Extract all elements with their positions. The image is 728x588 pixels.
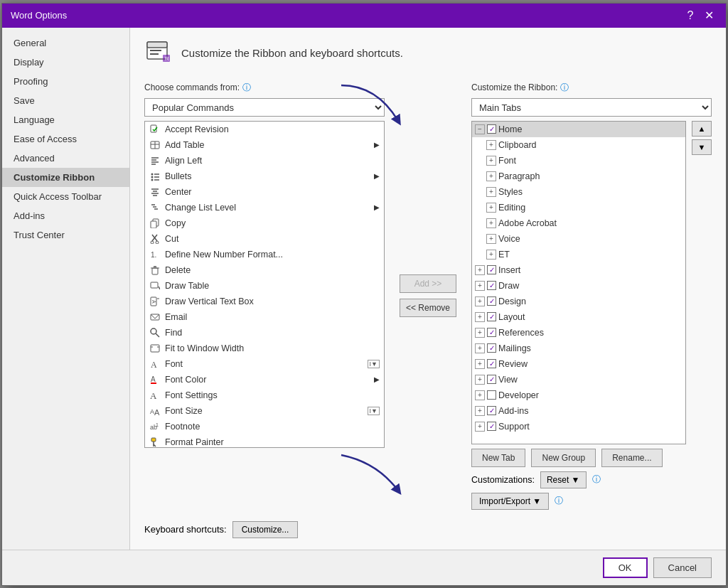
list-item[interactable]: A Draw Vertical Text Box <box>145 294 384 309</box>
rename-button[interactable]: Rename... <box>601 449 662 467</box>
list-item[interactable]: Center <box>145 184 384 200</box>
checkbox-draw[interactable]: ✓ <box>487 281 496 290</box>
tree-item-editing[interactable]: + Editing <box>472 200 685 215</box>
sidebar-item-proofing[interactable]: Proofing <box>2 72 129 91</box>
list-item[interactable]: Format Painter <box>145 434 384 448</box>
sidebar-item-addins[interactable]: Add-ins <box>2 206 129 225</box>
tree-item-addins[interactable]: + ✓ Add-ins <box>472 403 685 419</box>
list-item[interactable]: Delete <box>145 262 384 278</box>
expand-styles[interactable]: + <box>486 187 496 197</box>
expand-design[interactable]: + <box>475 296 485 306</box>
move-down-button[interactable]: ▼ <box>692 139 712 155</box>
close-button[interactable]: ✕ <box>700 7 717 24</box>
expand-voice[interactable]: + <box>486 234 496 244</box>
customize-shortcuts-button[interactable]: Customize... <box>232 521 299 538</box>
list-item[interactable]: Fit to Window Width <box>145 341 384 356</box>
expand-addins[interactable]: + <box>475 406 485 416</box>
checkbox-design[interactable]: ✓ <box>487 296 496 306</box>
checkbox-support[interactable]: ✓ <box>487 422 496 431</box>
checkbox-review[interactable]: ✓ <box>487 359 496 368</box>
expand-clipboard[interactable]: + <box>486 140 496 150</box>
expand-et[interactable]: + <box>486 250 496 260</box>
tree-item-layout[interactable]: + ✓ Layout <box>472 309 685 325</box>
list-item[interactable]: A Font Settings <box>145 387 384 403</box>
list-item[interactable]: Draw Table <box>145 278 384 294</box>
expand-adobe[interactable]: + <box>486 218 496 228</box>
tree-item-adobe[interactable]: + Adobe Acrobat <box>472 215 685 231</box>
add-button[interactable]: Add >> <box>400 274 456 293</box>
commands-list[interactable]: Accept Revision Add Table ▶ <box>144 121 385 448</box>
tree-item-clipboard[interactable]: + Clipboard <box>472 137 685 153</box>
tree-item-font[interactable]: + Font <box>472 153 685 169</box>
checkbox-view[interactable]: ✓ <box>487 375 496 384</box>
tree-item-review[interactable]: + ✓ Review <box>472 356 685 372</box>
tree-item-mailings[interactable]: + ✓ Mailings <box>472 341 685 356</box>
expand-review[interactable]: + <box>475 359 485 369</box>
expand-view[interactable]: + <box>475 375 485 385</box>
list-item[interactable]: Find <box>145 325 384 341</box>
list-item[interactable]: Change List Level ▶ <box>145 200 384 215</box>
ribbon-tree[interactable]: − ✓ Home + Clipboard + Font <box>471 121 686 444</box>
sidebar-item-display[interactable]: Display <box>2 53 129 72</box>
sidebar-item-advanced[interactable]: Advanced <box>2 149 129 168</box>
list-item[interactable]: Align Left <box>145 153 384 169</box>
expand-paragraph[interactable]: + <box>486 171 496 181</box>
tree-item-et[interactable]: + ET <box>472 247 685 262</box>
list-item[interactable]: Copy <box>145 215 384 231</box>
list-item[interactable]: ab1 Footnote <box>145 419 384 434</box>
commands-dropdown[interactable]: Popular Commands All Commands Commands N… <box>144 98 385 117</box>
reset-button[interactable]: Reset ▼ <box>540 471 587 488</box>
tree-item-home[interactable]: − ✓ Home <box>472 122 685 137</box>
sidebar-item-language[interactable]: Language <box>2 110 129 129</box>
list-item[interactable]: Bullets ▶ <box>145 169 384 184</box>
tree-item-voice[interactable]: + Voice <box>472 231 685 247</box>
checkbox-developer[interactable] <box>487 390 496 400</box>
expand-home[interactable]: − <box>475 124 485 134</box>
help-button[interactable]: ? <box>682 7 699 24</box>
tree-item-developer[interactable]: + Developer <box>472 387 685 403</box>
new-group-button[interactable]: New Group <box>531 449 596 467</box>
move-up-button[interactable]: ▲ <box>692 121 712 137</box>
sidebar-item-ease[interactable]: Ease of Access <box>2 129 129 149</box>
expand-insert[interactable]: + <box>475 265 485 275</box>
expand-references[interactable]: + <box>475 328 485 338</box>
sidebar-item-quick-access[interactable]: Quick Access Toolbar <box>2 187 129 206</box>
tree-item-styles[interactable]: + Styles <box>472 184 685 200</box>
checkbox-insert[interactable]: ✓ <box>487 265 496 274</box>
import-export-info-icon[interactable]: ⓘ <box>555 495 563 507</box>
expand-support[interactable]: + <box>475 422 485 432</box>
list-item[interactable]: Email <box>145 309 384 325</box>
list-item[interactable]: A Font Color ▶ <box>145 372 384 387</box>
checkbox-addins[interactable]: ✓ <box>487 406 496 415</box>
expand-mailings[interactable]: + <box>475 343 485 353</box>
checkbox-mailings[interactable]: ✓ <box>487 343 496 353</box>
cancel-button[interactable]: Cancel <box>653 557 712 578</box>
sidebar-item-general[interactable]: General <box>2 33 129 53</box>
list-item[interactable]: Accept Revision <box>145 122 384 137</box>
ribbon-dropdown[interactable]: Main Tabs Tool Tabs All Tabs <box>471 98 712 117</box>
list-item[interactable]: AA Font Size I▼ <box>145 403 384 419</box>
checkbox-references[interactable]: ✓ <box>487 328 496 337</box>
sidebar-item-save[interactable]: Save <box>2 91 129 110</box>
expand-developer[interactable]: + <box>475 390 485 400</box>
list-item[interactable]: A Font I▼ <box>145 356 384 372</box>
checkbox-layout[interactable]: ✓ <box>487 312 496 321</box>
customize-ribbon-info-icon[interactable]: ⓘ <box>560 82 569 94</box>
tree-item-insert[interactable]: + ✓ Insert <box>472 262 685 278</box>
reset-info-icon[interactable]: ⓘ <box>592 474 601 486</box>
checkbox-home[interactable]: ✓ <box>487 124 496 134</box>
list-item[interactable]: Cut <box>145 231 384 247</box>
expand-font[interactable]: + <box>486 156 496 166</box>
tree-item-paragraph[interactable]: + Paragraph <box>472 169 685 184</box>
ok-button[interactable]: OK <box>603 557 648 578</box>
import-export-button[interactable]: Import/Export ▼ <box>471 493 549 510</box>
tree-item-draw[interactable]: + ✓ Draw <box>472 278 685 294</box>
expand-layout[interactable]: + <box>475 312 485 322</box>
tree-item-support[interactable]: + ✓ Support <box>472 419 685 434</box>
tree-item-design[interactable]: + ✓ Design <box>472 294 685 309</box>
sidebar-item-customize-ribbon[interactable]: Customize Ribbon <box>2 168 129 187</box>
tree-item-view[interactable]: + ✓ View <box>472 372 685 387</box>
list-item[interactable]: Add Table ▶ <box>145 137 384 153</box>
expand-editing[interactable]: + <box>486 203 496 213</box>
tree-item-references[interactable]: + ✓ References <box>472 325 685 341</box>
